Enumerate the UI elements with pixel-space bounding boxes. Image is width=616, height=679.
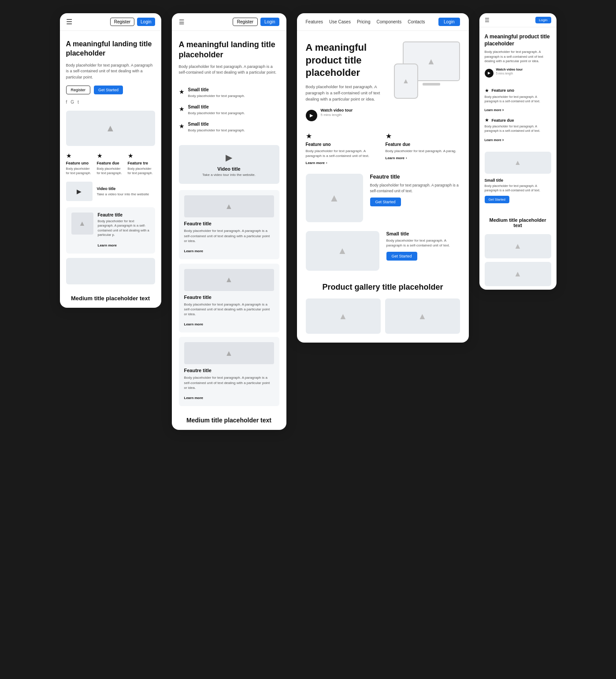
desktop-feature-1: ★ Feature uno Body placeholder for text … bbox=[306, 132, 380, 165]
desktop-getstarted-button[interactable]: Get Started bbox=[370, 198, 401, 206]
phone-video-thumbnail[interactable]: ▶ bbox=[66, 182, 93, 201]
phone-hero-getstarted-button[interactable]: Get Started bbox=[94, 86, 123, 94]
tablet-feature-1-title: Small title bbox=[188, 87, 245, 92]
tablet-feature-card-1-title: Feautre title bbox=[184, 221, 274, 226]
desktop-small-section-body: Body placeholder for text paragraph. A p… bbox=[386, 238, 460, 248]
side-play-icon: ▶ bbox=[485, 69, 494, 78]
desktop-small-section-image: ▲ bbox=[306, 231, 379, 271]
side-feature-2-title: Feature due bbox=[492, 118, 514, 123]
desktop-small-section-title: Small title bbox=[386, 231, 460, 236]
phone-feature-2: ★ Feature due Body placeholder for text … bbox=[97, 152, 124, 175]
side-small-title: Small title bbox=[485, 178, 551, 183]
tablet-hero-title: A meaningful landing title placeholder bbox=[179, 40, 279, 60]
side-phone-features: ★ Feature uno Body placeholder for text … bbox=[479, 88, 557, 152]
tablet-feature-list: ★ Small title Body placeholder for text … bbox=[172, 87, 286, 146]
tablet-learn-more-3[interactable]: Learn more bbox=[184, 396, 204, 400]
phone-register-button[interactable]: Register bbox=[110, 18, 134, 26]
desktop-features: ★ Feature uno Body placeholder for text … bbox=[297, 132, 469, 174]
tablet-mockup: ☰ Register Login A meaningful landing ti… bbox=[172, 13, 286, 430]
side-feature-1-title: Feature uno bbox=[492, 88, 515, 93]
tablet-video-subtitle: Take a video tour into the website. bbox=[186, 173, 272, 177]
phone-feature-1-title: Feature uno bbox=[66, 161, 93, 165]
side-feature-1: ★ Feature uno Body placeholder for text … bbox=[485, 88, 551, 113]
tablet-learn-more-2[interactable]: Learn more bbox=[184, 322, 204, 326]
desktop-nav-usecases[interactable]: Use Cases bbox=[329, 19, 351, 24]
phone-mockup: ☰ Register Login A meaningful landing ti… bbox=[60, 13, 161, 308]
desktop-login-button[interactable]: Login bbox=[438, 18, 460, 26]
tablet-feature-3-title: Small title bbox=[188, 122, 245, 127]
tablet-login-button[interactable]: Login bbox=[260, 18, 279, 26]
phone-feature-card: ▲ Feautre title Body placeholder for tex… bbox=[66, 207, 155, 254]
phone-feature-2-body: Body placeholder for text paragraph. bbox=[97, 167, 124, 175]
person-icon: ▲ bbox=[106, 123, 115, 134]
tablet-star-icon-2: ★ bbox=[179, 105, 185, 112]
desktop-nav-contacts[interactable]: Contacts bbox=[408, 19, 425, 24]
tablet-feature-card-2: ▲ Feautre title Body placeholder for tex… bbox=[179, 264, 279, 333]
desktop-star-icon-2: ★ bbox=[386, 132, 460, 140]
desktop-hero-text: A meaningful product title placeholder B… bbox=[306, 41, 387, 123]
phone-hero-image: ▲ bbox=[66, 111, 155, 146]
desktop-learn-more-2[interactable]: Learn more › bbox=[386, 156, 460, 160]
phone-hero: A meaningful landing title placeholder B… bbox=[60, 31, 161, 111]
side-learn-more-2[interactable]: Learn more > bbox=[485, 138, 504, 142]
desktop-nav: Features Use Cases Pricing Components Co… bbox=[297, 13, 469, 31]
phone-nav-buttons: Register Login bbox=[110, 18, 155, 26]
desktop-gallery-title: Product gallery title placeholder bbox=[306, 282, 460, 292]
side-hamburger-icon[interactable]: ☰ bbox=[485, 17, 490, 23]
tablet-feature-text-2: Small title Body placeholder for text pa… bbox=[188, 104, 245, 116]
side-watch-duration: 5 mins length bbox=[496, 71, 523, 75]
tablet-feature-text-1: Small title Body placeholder for text pa… bbox=[188, 87, 245, 98]
google-icon: G bbox=[71, 100, 74, 104]
hamburger-icon[interactable]: ☰ bbox=[66, 18, 72, 26]
desktop-watch-video[interactable]: ▶ Watch video tour 5 mins length bbox=[306, 108, 387, 123]
phone-feature-2-title: Feature due bbox=[97, 161, 124, 165]
learn-more-1-text: Learn more bbox=[306, 161, 325, 165]
facebook-icon: f bbox=[66, 100, 67, 104]
desktop-small-getstarted-button[interactable]: Get Started bbox=[386, 252, 417, 261]
side-phone-watch[interactable]: ▶ Watch video tour 5 mins length bbox=[485, 67, 551, 79]
tablet-feature-2-body: Body placeholder for text paragraph. bbox=[188, 111, 245, 116]
phone-bottom-title-text: Medium title placeholder text bbox=[66, 295, 155, 302]
tablet-feature-card-3: ▲ Feautre title Body placeholder for tex… bbox=[179, 337, 279, 406]
desktop-gallery-item-2: ▲ bbox=[385, 298, 460, 334]
tablet-video-title: Video title bbox=[186, 166, 272, 172]
chevron-right-icon-1: › bbox=[326, 161, 327, 165]
side-getstarted-button[interactable]: Get Started bbox=[485, 196, 509, 203]
desktop-nav-pricing[interactable]: Pricing bbox=[357, 19, 371, 24]
star-icon-1: ★ bbox=[66, 152, 93, 159]
phone-learn-more-link[interactable]: Learn more bbox=[98, 243, 117, 247]
desktop-gallery-grid: ▲ ▲ bbox=[306, 298, 460, 334]
side-watch-label: Watch video tour bbox=[496, 67, 523, 71]
tablet-placeholder-img-2: ▲ bbox=[184, 269, 274, 291]
side-login-button[interactable]: Login bbox=[535, 17, 551, 23]
desktop-hero-devices: ▲ ▲ bbox=[394, 41, 460, 99]
phone-nav: ☰ Register Login bbox=[60, 13, 161, 31]
tablet-register-button[interactable]: Register bbox=[233, 18, 258, 26]
phone-feature-card-title: Feautre title bbox=[98, 213, 150, 217]
play-icon: ▶ bbox=[77, 188, 82, 195]
side-bottom-title: Medium title placeholder text bbox=[479, 213, 557, 234]
tablet-learn-more-1[interactable]: Learn more bbox=[184, 249, 204, 253]
tablet-star-icon-3: ★ bbox=[179, 123, 185, 130]
desktop-small-section-text: Small title Body placeholder for text pa… bbox=[386, 231, 460, 261]
desktop-nav-components[interactable]: Components bbox=[376, 19, 401, 24]
side-star-icon-2: ★ bbox=[485, 117, 489, 123]
phone-feature-1: ★ Feature uno Body placeholder for text … bbox=[66, 152, 93, 175]
tablet-hero: A meaningful landing title placeholder B… bbox=[172, 31, 286, 87]
desktop-hero-body: Body placeholder for text paragraph. A p… bbox=[306, 84, 387, 103]
side-small-body: Body placeholder for text paragraph. A p… bbox=[485, 184, 551, 193]
desktop-learn-more-1[interactable]: Learn more › bbox=[306, 161, 380, 165]
side-bottom-title-text: Medium title placeholder text bbox=[485, 217, 551, 228]
tablet-video-section[interactable]: ▶ Video title Take a video tour into the… bbox=[179, 145, 279, 184]
phone-section-bg bbox=[66, 258, 155, 284]
phone-video-title: Video title bbox=[97, 187, 149, 191]
tablet-hamburger-icon[interactable]: ☰ bbox=[179, 19, 185, 26]
side-learn-more-1[interactable]: Learn more > bbox=[485, 108, 504, 112]
desktop-nav-features[interactable]: Features bbox=[306, 19, 323, 24]
phone-video-info: Video title Take a video tour into the w… bbox=[97, 187, 149, 196]
tablet-hero-body: Body placeholder for text paragraph. A p… bbox=[179, 64, 279, 76]
desktop-feature-section-title: Feautre title bbox=[370, 174, 460, 180]
phone-login-button[interactable]: Login bbox=[137, 18, 155, 26]
phone-hero-register-button[interactable]: Register bbox=[66, 86, 91, 94]
desktop-mockup: Features Use Cases Pricing Components Co… bbox=[297, 13, 469, 343]
